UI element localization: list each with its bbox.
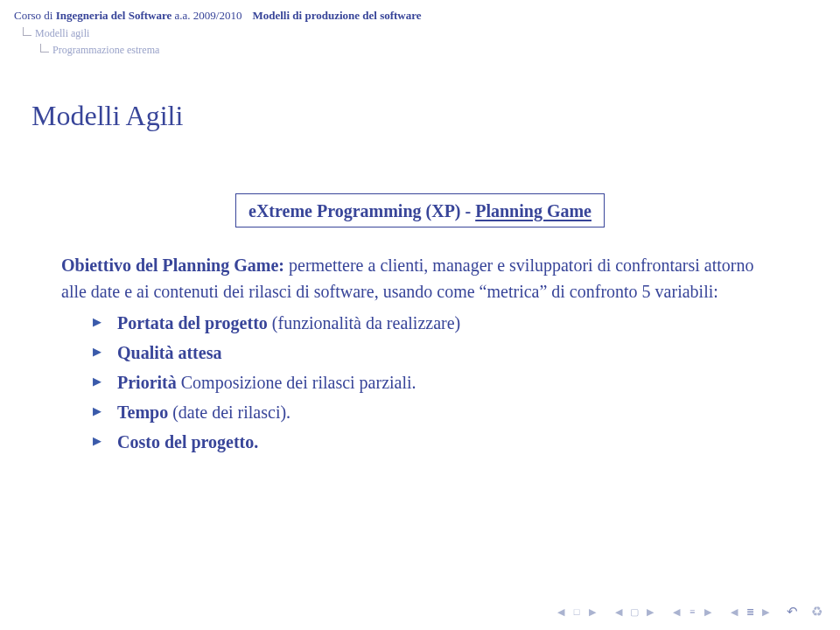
nav-back-icon[interactable]: ↶ [785,605,799,619]
list-item: Tempo (date dei rilasci). [93,399,779,425]
course-prefix: Corso di [14,9,56,22]
breadcrumb-level-1: Modelli agili [23,25,840,41]
bullet-list: Portata del progetto (funzionalità da re… [93,310,779,455]
bullet-rest: (funzionalità da realizzare) [268,313,460,332]
course-name: Ingegneria del Software [56,9,172,22]
bullet-rest: Composizione dei rilasci parziali. [177,373,416,392]
nav-slide-icon: □ [570,605,584,619]
nav-prev-frame-icon[interactable]: ◀ [612,605,626,619]
subtitle-main: eXtreme Programming (XP) - [248,201,475,220]
nav-section-icon: ≡ [685,605,699,619]
lead-bold: Obiettivo del Planning Game: [61,256,284,275]
nav-frame-group[interactable]: ◀ ▢ ▶ [612,605,657,619]
nav-prev-slide-icon[interactable]: ◀ [554,605,568,619]
lead-paragraph: Obiettivo del Planning Game: permettere … [61,252,779,304]
nav-next-slide-icon[interactable]: ▶ [585,605,599,619]
subtitle-box-wrapper: eXtreme Programming (XP) - Planning Game [0,193,840,228]
header-top-line: Corso di Ingegneria del Software a.a. 20… [14,7,840,24]
bullet-term: Portata del progetto [117,313,268,332]
bullet-term: Costo del progetto. [117,432,258,452]
bullet-term: Qualità attesa [117,343,221,362]
nav-prev-section-icon[interactable]: ◀ [669,605,683,619]
tree-branch-icon [40,44,49,52]
list-item: Portata del progetto (funzionalità da re… [93,310,779,336]
section-title: Modelli di produzione del software [252,9,421,22]
nav-subsection-icon: ≣ [743,605,757,619]
bullet-rest: (date dei rilasci). [168,402,290,422]
nav-slide-group[interactable]: ◀ □ ▶ [554,605,599,619]
body-content: Obiettivo del Planning Game: permettere … [61,252,779,455]
nav-next-section-icon[interactable]: ▶ [701,605,715,619]
beamer-nav-bar: ◀ □ ▶ ◀ ▢ ▶ ◀ ≡ ▶ ◀ ≣ ▶ ↶ ♻ [554,604,822,620]
list-item: Qualità attesa [93,340,779,366]
breadcrumb-1-text: Modelli agili [35,25,89,41]
slide-header: Corso di Ingegneria del Software a.a. 20… [0,0,840,58]
breadcrumb-2-text: Programmazione estrema [52,42,159,58]
tree-branch-icon [23,27,32,36]
nav-frame-icon: ▢ [627,605,641,619]
nav-next-frame-icon[interactable]: ▶ [643,605,657,619]
bullet-term: Priorità [117,373,177,392]
subtitle-underlined: Planning Game [475,201,592,220]
nav-section-group[interactable]: ◀ ≡ ▶ [669,605,715,619]
page-title: Modelli Agili [32,100,840,132]
bullet-term: Tempo [117,402,168,422]
subtitle-box: eXtreme Programming (XP) - Planning Game [235,193,605,228]
course-year: a.a. 2009/2010 [172,9,242,22]
breadcrumb-level-2: Programmazione estrema [40,42,840,58]
list-item: Costo del progetto. [93,429,779,455]
nav-prev-subsection-icon[interactable]: ◀ [727,605,741,619]
nav-subsection-group[interactable]: ◀ ≣ ▶ [727,605,773,619]
nav-next-subsection-icon[interactable]: ▶ [759,605,773,619]
nav-search-icon[interactable]: ♻ [811,604,822,620]
list-item: Priorità Composizione dei rilasci parzia… [93,369,779,396]
